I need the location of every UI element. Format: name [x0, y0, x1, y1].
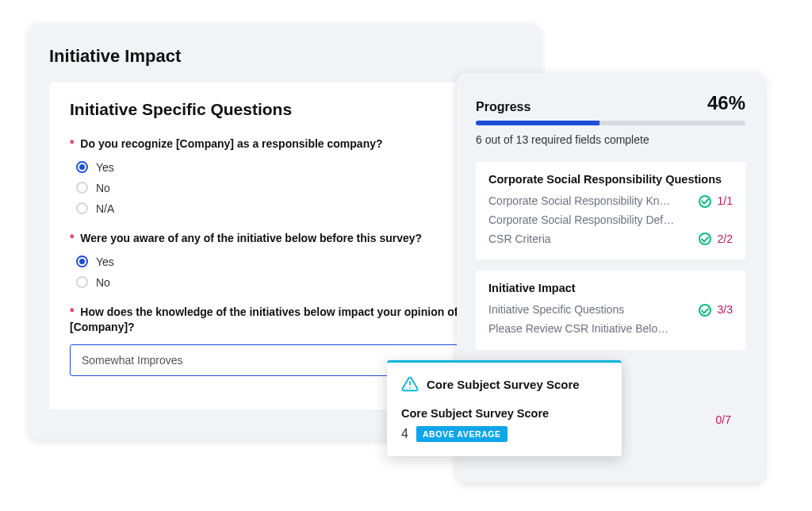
progress-fill — [476, 121, 599, 125]
radio-label: Yes — [96, 161, 114, 174]
radio-icon — [76, 276, 88, 288]
radio-label: No — [96, 276, 110, 289]
progress-bar — [476, 121, 745, 125]
check-circle-icon — [699, 304, 711, 317]
radio-icon — [76, 256, 88, 267]
row-name: Corporate Social Responsibility Knowl... — [488, 192, 675, 211]
radio-option-yes[interactable]: Yes — [70, 256, 500, 268]
panel-title: Initiative Impact — [49, 46, 520, 67]
question-2-text: Were you aware of any of the initiative … — [80, 232, 422, 244]
score-value: 4 — [401, 427, 408, 441]
check-circle-icon — [699, 195, 711, 208]
row-name: CSR Criteria — [488, 230, 551, 249]
row-status: 1/1 — [699, 192, 733, 211]
section-row[interactable]: CSR Criteria 2/2 — [488, 230, 733, 249]
row-name: Initiative Specific Questions — [488, 301, 624, 320]
section-row[interactable]: Initiative Specific Questions 3/3 — [488, 301, 733, 320]
score-card: Core Subject Survey Score Core Subject S… — [387, 360, 622, 456]
radio-label: N/A — [96, 202, 114, 215]
question-1-text: Do you recognize [Company] as a responsi… — [80, 137, 382, 150]
score-badge: ABOVE AVERAGE — [416, 426, 508, 442]
select-value: Somewhat Improves — [82, 354, 183, 367]
question-2-label: * Were you aware of any of the initiativ… — [70, 231, 500, 246]
section-title: Corporate Social Responsibility Question… — [488, 173, 733, 186]
section-csr-questions[interactable]: Corporate Social Responsibility Question… — [476, 162, 745, 259]
section-initiative-impact[interactable]: Initiative Impact Initiative Specific Qu… — [476, 271, 745, 350]
question-2: * Were you aware of any of the initiativ… — [70, 231, 500, 289]
row-count: 3/3 — [718, 301, 733, 320]
row-count: 2/2 — [718, 230, 733, 249]
row-name: Corporate Social Responsibility Definiti… — [488, 211, 675, 230]
score-card-header: Core Subject Survey Score — [401, 375, 607, 393]
score-card-title: Core Subject Survey Score — [427, 378, 580, 391]
score-value-row: 4 ABOVE AVERAGE — [401, 426, 607, 442]
check-circle-icon — [699, 232, 711, 245]
warning-triangle-icon — [401, 375, 419, 393]
radio-icon — [76, 182, 88, 194]
row-status: 2/2 — [699, 230, 733, 249]
question-1: * Do you recognize [Company] as a respon… — [70, 136, 500, 215]
row-name: Please Review CSR Initiative Below Befor… — [488, 320, 675, 339]
radio-icon — [76, 202, 88, 214]
score-subtitle: Core Subject Survey Score — [401, 407, 607, 420]
progress-header: Progress 46% — [476, 92, 745, 114]
required-asterisk: * — [70, 232, 74, 244]
radio-option-yes[interactable]: Yes — [70, 161, 500, 174]
radio-label: No — [96, 182, 110, 194]
radio-label: Yes — [96, 256, 114, 268]
radio-option-na[interactable]: N/A — [70, 202, 500, 215]
required-asterisk: * — [70, 305, 74, 318]
question-3-text: How does the knowledge of the initiative… — [70, 305, 458, 333]
section-title: Initiative Impact — [488, 282, 733, 294]
progress-subtitle: 6 out of 13 required fields complete — [476, 133, 745, 146]
questions-heading: Initiative Specific Questions — [70, 100, 500, 119]
radio-option-no[interactable]: No — [70, 182, 500, 194]
radio-icon — [76, 161, 88, 173]
required-asterisk: * — [70, 137, 74, 150]
row-status: 3/3 — [699, 301, 733, 320]
row-count: 1/1 — [718, 192, 733, 211]
section-row[interactable]: Corporate Social Responsibility Knowl...… — [488, 192, 733, 211]
progress-title: Progress — [476, 100, 530, 114]
question-3-label: * How does the knowledge of the initiati… — [70, 305, 500, 335]
question-1-label: * Do you recognize [Company] as a respon… — [70, 136, 500, 152]
section-row[interactable]: Please Review CSR Initiative Below Befor… — [488, 320, 733, 339]
radio-option-no[interactable]: No — [70, 276, 500, 289]
section-row[interactable]: Corporate Social Responsibility Definiti… — [488, 211, 733, 230]
progress-percent: 46% — [707, 92, 745, 114]
